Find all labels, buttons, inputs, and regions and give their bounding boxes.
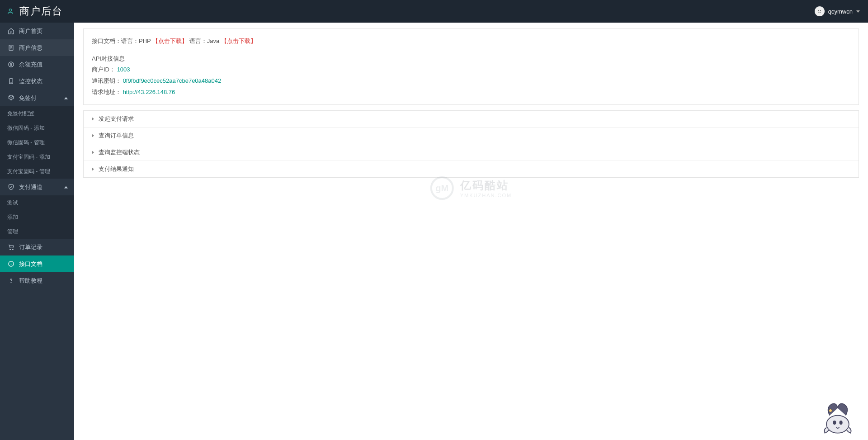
sub-item-alipay-manage[interactable]: 支付宝固码 - 管理 xyxy=(0,164,74,179)
api-info-panel: 接口文档：语言：PHP 【点击下载】 语言：Java 【点击下载】 API对接信… xyxy=(83,28,859,105)
doc-download-line: 接口文档：语言：PHP 【点击下载】 语言：Java 【点击下载】 xyxy=(92,36,850,47)
secret-value: 0f9fbdf9ec0cec52aa7cbe7e0a48a042 xyxy=(123,77,222,84)
chevron-right-icon xyxy=(92,117,94,121)
sidebar-item-channel[interactable]: 支付通道 xyxy=(0,179,74,195)
download-java-link[interactable]: 【点击下载】 xyxy=(221,38,256,44)
chevron-right-icon xyxy=(92,134,94,137)
cart-icon xyxy=(7,244,14,251)
info-circle-icon xyxy=(7,260,14,268)
svg-point-12 xyxy=(826,416,849,433)
question-icon xyxy=(7,277,14,284)
top-header: 商户后台 qcymwcn xyxy=(0,0,868,23)
svg-point-3 xyxy=(820,10,821,11)
watermark-title: 亿码酷站 xyxy=(460,178,512,193)
svg-point-9 xyxy=(12,249,13,250)
sidebar-item-label: 余额充值 xyxy=(19,61,42,69)
sub-item-wechat-manage[interactable]: 微信固码 - 管理 xyxy=(0,135,74,150)
chevron-right-icon xyxy=(92,167,94,171)
chevron-down-icon xyxy=(856,10,860,13)
watermark-subtitle: YMKUZHAN.COM xyxy=(460,193,512,198)
secret-row: 通讯密钥： 0f9fbdf9ec0cec52aa7cbe7e0a48a042 xyxy=(92,76,850,87)
sidebar-item-label: 商户信息 xyxy=(19,44,42,52)
api-section-title: API对接信息 xyxy=(92,53,850,65)
sidebar-item-api-doc[interactable]: 接口文档 xyxy=(0,255,74,272)
sidebar-item-home[interactable]: 商户首页 xyxy=(0,23,74,39)
sub-item-channel-manage[interactable]: 管理 xyxy=(0,224,74,239)
sidebar-item-label: 商户首页 xyxy=(19,27,42,35)
sub-item-channel-test[interactable]: 测试 xyxy=(0,195,74,210)
request-url-row: 请求地址： http://43.226.148.76 xyxy=(92,87,850,98)
yen-icon xyxy=(7,61,14,68)
avatar-icon xyxy=(815,6,825,16)
header-left: 商户后台 xyxy=(7,5,63,18)
svg-point-7 xyxy=(10,83,11,83)
merchant-id-value: 1003 xyxy=(117,66,130,73)
shield-icon xyxy=(7,184,14,191)
sidebar-item-help[interactable]: 帮助教程 xyxy=(0,272,74,289)
device-icon xyxy=(7,78,14,85)
svg-point-0 xyxy=(9,9,11,11)
watermark: gM 亿码酷站 YMKUZHAN.COM xyxy=(430,176,512,200)
sidebar-item-merchant-info[interactable]: 商户信息 xyxy=(0,39,74,56)
sidebar-item-recharge[interactable]: 余额充值 xyxy=(0,56,74,73)
sidebar-item-label: 免签付 xyxy=(19,94,37,102)
sidebar: 商户首页 商户信息 余额充值 监控状态 免签付 xyxy=(0,23,74,440)
sidebar-item-label: 监控状态 xyxy=(19,77,42,85)
acc-item-query-order[interactable]: 查询订单信息 xyxy=(84,127,859,144)
chevron-right-icon xyxy=(92,151,94,154)
user-outline-icon xyxy=(7,8,14,15)
sidebar-item-label: 支付通道 xyxy=(19,183,42,191)
request-url-link[interactable]: http://43.226.148.76 xyxy=(123,89,175,95)
sidebar-item-orders[interactable]: 订单记录 xyxy=(0,239,74,255)
document-icon xyxy=(7,44,14,52)
api-accordion: 发起支付请求 查询订单信息 查询监控端状态 支付结果通知 xyxy=(83,110,859,178)
sub-item-mianqian-config[interactable]: 免签付配置 xyxy=(0,106,74,121)
acc-item-pay-request[interactable]: 发起支付请求 xyxy=(84,111,859,127)
home-icon xyxy=(7,28,14,35)
svg-point-1 xyxy=(816,8,823,15)
sidebar-item-monitor[interactable]: 监控状态 xyxy=(0,73,74,90)
svg-point-13 xyxy=(833,421,836,425)
sub-item-channel-add[interactable]: 添加 xyxy=(0,210,74,224)
svg-point-2 xyxy=(818,10,819,11)
sub-item-alipay-add[interactable]: 支付宝固码 - 添加 xyxy=(0,150,74,164)
chevron-up-icon xyxy=(64,186,68,188)
app-title: 商户后台 xyxy=(19,5,63,18)
sidebar-item-label: 订单记录 xyxy=(19,243,42,251)
watermark-badge: gM xyxy=(430,176,454,200)
sidebar-item-label: 帮助教程 xyxy=(19,277,42,285)
cube-icon xyxy=(7,95,14,102)
svg-point-15 xyxy=(829,409,832,412)
sidebar-item-label: 接口文档 xyxy=(19,260,42,268)
username-label: qcymwcn xyxy=(828,8,853,15)
mascot-icon xyxy=(817,399,858,435)
svg-point-11 xyxy=(11,282,11,283)
acc-item-pay-notify[interactable]: 支付结果通知 xyxy=(84,161,859,177)
sub-item-wechat-add[interactable]: 微信固码 - 添加 xyxy=(0,121,74,135)
chevron-up-icon xyxy=(64,97,68,99)
svg-point-8 xyxy=(9,249,10,250)
submenu-channel: 测试 添加 管理 xyxy=(0,195,74,239)
svg-point-14 xyxy=(840,421,843,425)
user-menu[interactable]: qcymwcn xyxy=(815,6,860,16)
main-content: 接口文档：语言：PHP 【点击下载】 语言：Java 【点击下载】 API对接信… xyxy=(74,23,868,440)
submenu-mianqian: 免签付配置 微信固码 - 添加 微信固码 - 管理 支付宝固码 - 添加 支付宝… xyxy=(0,106,74,179)
sidebar-item-mianqian[interactable]: 免签付 xyxy=(0,90,74,106)
merchant-id-row: 商户ID： 1003 xyxy=(92,64,850,76)
acc-item-query-monitor[interactable]: 查询监控端状态 xyxy=(84,144,859,161)
download-php-link[interactable]: 【点击下载】 xyxy=(152,38,188,44)
